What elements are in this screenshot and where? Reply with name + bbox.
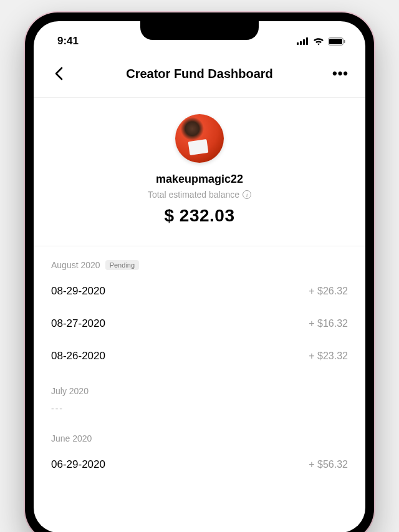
more-options-button[interactable]: ••• — [328, 61, 353, 86]
svg-rect-0 — [297, 42, 299, 45]
balance-amount: $ 232.03 — [165, 206, 235, 226]
transaction-amount: + $26.32 — [309, 286, 348, 297]
transaction-row[interactable]: 08-29-2020 + $26.32 — [51, 275, 348, 307]
transaction-row[interactable]: 08-26-2020 + $23.32 — [51, 340, 348, 372]
phone-notch — [140, 21, 259, 40]
cellular-signal-icon — [297, 37, 309, 45]
wifi-icon — [313, 37, 324, 46]
pending-badge: Pending — [105, 260, 139, 270]
balance-label-row: Total estimated balance i — [148, 190, 251, 200]
month-header-june: June 2020 — [51, 420, 348, 448]
battery-icon — [328, 37, 345, 46]
svg-rect-5 — [329, 39, 342, 44]
app-header: Creator Fund Dashboard ••• — [34, 55, 365, 98]
svg-rect-1 — [300, 41, 302, 45]
username: makeupmagic22 — [156, 173, 243, 186]
month-header-august: August 2020 Pending — [51, 246, 348, 275]
transaction-amount: + $23.32 — [309, 351, 348, 362]
svg-rect-2 — [303, 39, 305, 45]
svg-rect-3 — [306, 37, 308, 45]
more-icon: ••• — [332, 65, 349, 82]
page-title: Creator Fund Dashboard — [71, 67, 328, 81]
back-button[interactable] — [46, 61, 71, 86]
month-header-july: July 2020 — [51, 372, 348, 401]
transaction-date: 08-27-2020 — [51, 317, 105, 330]
avatar[interactable] — [175, 114, 224, 163]
month-label: June 2020 — [51, 433, 92, 443]
transaction-row[interactable]: 06-29-2020 + $56.32 — [51, 448, 348, 481]
transaction-row[interactable]: 08-27-2020 + $16.32 — [51, 307, 348, 340]
transaction-date: 08-29-2020 — [51, 285, 105, 297]
empty-month-marker: --- — [51, 401, 348, 420]
status-icons — [297, 37, 345, 46]
transaction-amount: + $56.32 — [309, 459, 348, 470]
info-icon[interactable]: i — [243, 190, 251, 199]
phone-frame: 9:41 Creator Fund Dashboard ••• — [25, 12, 374, 532]
phone-screen: 9:41 Creator Fund Dashboard ••• — [34, 21, 365, 532]
status-time: 9:41 — [57, 35, 79, 47]
transaction-amount: + $16.32 — [309, 318, 348, 329]
balance-label: Total estimated balance — [148, 190, 239, 200]
transactions-list: August 2020 Pending 08-29-2020 + $26.32 … — [34, 246, 365, 481]
profile-section: makeupmagic22 Total estimated balance i … — [34, 98, 365, 246]
transaction-date: 08-26-2020 — [51, 350, 105, 362]
month-label: August 2020 — [51, 260, 100, 270]
month-label: July 2020 — [51, 386, 89, 396]
svg-rect-6 — [344, 40, 345, 43]
chevron-left-icon — [54, 67, 63, 80]
transaction-date: 06-29-2020 — [51, 458, 105, 471]
